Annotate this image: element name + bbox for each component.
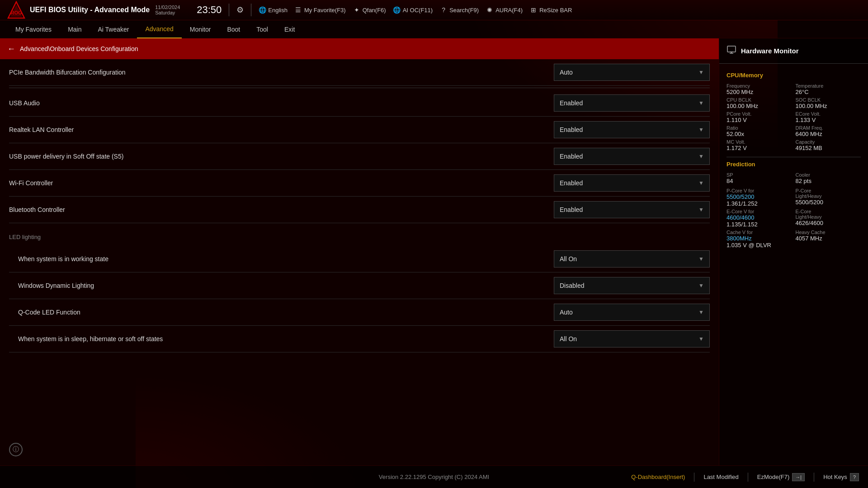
pcore-v-for-label: P-Core V for — [726, 188, 792, 193]
menu-main[interactable]: Main — [60, 20, 90, 38]
hw-monitor-header: Hardware Monitor — [719, 38, 868, 64]
usb-power-value: Enabled — [560, 153, 583, 160]
led-working-dropdown[interactable]: All On ▼ — [554, 250, 710, 267]
temperature-value: 26°C — [796, 89, 861, 95]
pcore-light-heavy-item: P-CoreLight/Heavy 5500/5200 — [796, 188, 861, 207]
usb-audio-dropdown[interactable]: Enabled ▼ — [554, 94, 710, 112]
clock-display: 23:50 — [197, 5, 222, 15]
usb-power-dropdown[interactable]: Enabled ▼ — [554, 148, 710, 165]
qcode-arrow: ▼ — [698, 309, 704, 315]
aioc-icon: 🌐 — [393, 6, 401, 14]
led-sleep-label: When system is in sleep, hibernate or so… — [9, 335, 163, 343]
windows-dynamic-label: Windows Dynamic Lighting — [9, 282, 94, 289]
windows-dynamic-dropdown[interactable]: Disabled ▼ — [554, 277, 710, 294]
qdashboard-button[interactable]: Q-Dashboard(Insert) — [631, 474, 685, 480]
soc-bclk-value: 100.00 MHz — [796, 103, 861, 109]
menu-boot[interactable]: Boot — [219, 20, 248, 38]
aura-nav-item[interactable]: ✺ AURA(F4) — [486, 6, 523, 14]
dram-freq-label: DRAM Freq. — [796, 125, 861, 131]
led-sleep-value: All On — [560, 335, 577, 343]
aura-label: AURA(F4) — [495, 7, 523, 14]
cpu-memory-grid: Frequency 5200 MHz Temperature 26°C CPU … — [726, 83, 861, 151]
cpu-bclk-value: 100.00 MHz — [726, 103, 792, 109]
menu-aitweaker[interactable]: Ai Tweaker — [90, 20, 137, 38]
pcore-volt-label: PCore Volt. — [726, 111, 792, 117]
content-area: ← Advanced\Onboard Devices Configuration… — [0, 38, 719, 465]
last-modified-button[interactable]: Last Modified — [703, 474, 738, 480]
ecore-light-heavy-item: E-CoreLight/Heavy 4626/4600 — [796, 209, 861, 228]
realtek-arrow: ▼ — [698, 127, 704, 133]
cpu-memory-title: CPU/Memory — [726, 72, 861, 79]
bottom-bar: Version 2.22.1295 Copyright (C) 2024 AMI… — [0, 465, 868, 488]
date-display: 11/02/2024 — [155, 5, 180, 10]
windows-dynamic-value: Disabled — [560, 282, 584, 289]
rog-logo-icon: ROG — [7, 1, 25, 19]
menu-tool[interactable]: Tool — [248, 20, 276, 38]
resizebar-nav-item[interactable]: ⊞ ReSize BAR — [530, 6, 572, 14]
ezmode-button[interactable]: EzMode(F7) →| — [757, 473, 805, 481]
myfavorite-icon: ☰ — [295, 6, 302, 14]
setting-row-wifi: Wi-Fi Controller Enabled ▼ — [9, 170, 710, 197]
menu-exit[interactable]: Exit — [276, 20, 303, 38]
sp-item: SP 84 — [726, 172, 792, 184]
top-divider — [229, 4, 229, 16]
hw-section-divider — [726, 157, 861, 157]
qfan-nav-item[interactable]: ✦ Qfan(F6) — [353, 6, 386, 14]
led-section-label: LED lighting — [9, 230, 41, 240]
led-sleep-dropdown[interactable]: All On ▼ — [554, 330, 710, 347]
language-icon: 🌐 — [259, 6, 266, 14]
settings-list: PCIe Bandwidth Bifurcation Configuration… — [0, 59, 719, 465]
wifi-value: Enabled — [560, 179, 583, 187]
led-section-header-row: LED lighting — [9, 223, 710, 246]
menu-myfavorites[interactable]: My Favorites — [7, 20, 60, 38]
capacity-item: Capacity 49152 MB — [796, 139, 861, 151]
hotkeys-button[interactable]: Hot Keys ? — [823, 473, 859, 481]
bottom-divider-2 — [748, 473, 748, 482]
cpu-bclk-item: CPU BCLK 100.00 MHz — [726, 97, 792, 109]
search-nav-item[interactable]: ? Search(F9) — [440, 6, 479, 14]
hotkeys-key-icon: ? — [850, 473, 859, 481]
ratio-value: 52.00x — [726, 131, 792, 137]
qfan-icon: ✦ — [353, 6, 360, 14]
dram-freq-value: 6400 MHz — [796, 131, 861, 137]
ecore-v-for-label: E-Core V for — [726, 209, 792, 214]
led-working-arrow: ▼ — [698, 256, 704, 262]
bluetooth-label: Bluetooth Controller — [9, 206, 65, 213]
aioc-nav-item[interactable]: 🌐 AI OC(F11) — [393, 6, 433, 14]
menu-bar: My Favorites Main Ai Tweaker Advanced Mo… — [0, 20, 868, 38]
hw-monitor-content: CPU/Memory Frequency 5200 MHz Temperatur… — [719, 64, 868, 465]
myfavorite-label: My Favorite(F3) — [304, 7, 346, 14]
menu-monitor[interactable]: Monitor — [182, 20, 219, 38]
realtek-dropdown[interactable]: Enabled ▼ — [554, 121, 710, 138]
ratio-label: Ratio — [726, 125, 792, 131]
pcore-v-for-value: 1.361/1.252 — [726, 200, 792, 207]
pcore-volt-item: PCore Volt. 1.110 V — [726, 111, 792, 123]
qcode-dropdown[interactable]: Auto ▼ — [554, 304, 710, 321]
setting-row-realtek: Realtek LAN Controller Enabled ▼ — [9, 117, 710, 143]
ecore-pred-grid: E-Core V for 4600/4600 1.135/1.152 E-Cor… — [726, 209, 861, 228]
usb-audio-arrow: ▼ — [698, 100, 704, 106]
usb-audio-value: Enabled — [560, 99, 583, 107]
cache-v-for-label: Cache V for — [726, 230, 792, 235]
pcore-light-heavy-label: P-CoreLight/Heavy — [796, 188, 861, 199]
cpu-bclk-label: CPU BCLK — [726, 97, 792, 103]
ecore-v-for-highlight: 4600/4600 — [726, 214, 792, 221]
bottom-divider-1 — [694, 473, 694, 482]
ratio-item: Ratio 52.00x — [726, 125, 792, 137]
setting-row-pcie: PCIe Bandwidth Bifurcation Configuration… — [9, 59, 710, 86]
version-text: Version 2.22.1295 Copyright (C) 2024 AMI — [379, 474, 489, 480]
back-button[interactable]: ← — [7, 44, 15, 54]
wifi-dropdown[interactable]: Enabled ▼ — [554, 174, 710, 192]
qcode-value: Auto — [560, 309, 573, 316]
sp-value: 84 — [726, 178, 792, 184]
bluetooth-dropdown[interactable]: Enabled ▼ — [554, 201, 710, 218]
info-button[interactable]: ⓘ — [9, 443, 23, 456]
setting-row-bluetooth: Bluetooth Controller Enabled ▼ — [9, 197, 710, 223]
bios-title: UEFI BIOS Utility - Advanced Mode — [30, 6, 150, 14]
language-nav-item[interactable]: 🌐 English — [259, 6, 288, 14]
myfavorite-nav-item[interactable]: ☰ My Favorite(F3) — [295, 6, 346, 14]
pcie-dropdown[interactable]: Auto ▼ — [554, 64, 710, 81]
ecore-light-heavy-label: E-CoreLight/Heavy — [796, 209, 861, 220]
menu-advanced[interactable]: Advanced — [137, 20, 181, 38]
settings-icon[interactable]: ⚙ — [236, 5, 244, 15]
